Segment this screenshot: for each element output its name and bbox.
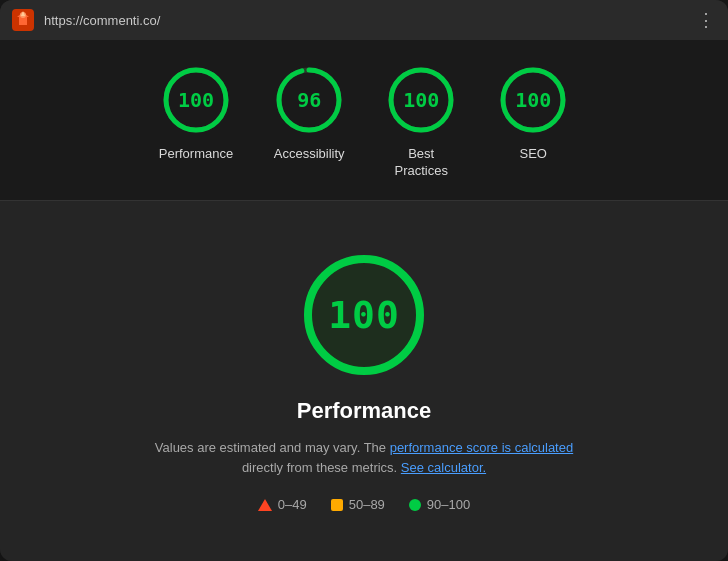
big-score-circle: 100	[299, 250, 429, 380]
main-performance-score: 100	[328, 293, 400, 337]
main-title: Performance	[297, 398, 432, 424]
metrics-panel: 100 Performance 96 Accessibility	[0, 40, 728, 201]
square-icon	[331, 499, 343, 511]
url-bar[interactable]: https://commenti.co/	[44, 13, 687, 28]
main-panel: 100 Performance Values are estimated and…	[0, 201, 728, 561]
performance-score-link[interactable]: performance score is calculated	[390, 440, 574, 455]
legend-bad: 0–49	[258, 497, 307, 512]
browser-window: https://commenti.co/ ⋮ 100 Performance	[0, 0, 728, 561]
triangle-icon	[258, 499, 272, 511]
main-description: Values are estimated and may vary. The p…	[154, 438, 574, 480]
legend-bad-range: 0–49	[278, 497, 307, 512]
metric-seo[interactable]: 100 SEO	[497, 64, 569, 163]
circle-icon	[409, 499, 421, 511]
accessibility-label: Accessibility	[274, 146, 345, 163]
metric-circle-seo: 100	[497, 64, 569, 136]
calculator-link[interactable]: See calculator.	[401, 460, 486, 475]
metric-circle-accessibility: 96	[273, 64, 345, 136]
legend-medium-range: 50–89	[349, 497, 385, 512]
best-practices-label: BestPractices	[394, 146, 447, 180]
legend-good: 90–100	[409, 497, 470, 512]
site-icon	[12, 9, 34, 31]
seo-label: SEO	[519, 146, 546, 163]
description-text-1: Values are estimated and may vary. The	[155, 440, 390, 455]
best-practices-score: 100	[403, 88, 439, 112]
metric-circle-best-practices: 100	[385, 64, 457, 136]
metric-performance[interactable]: 100 Performance	[159, 64, 233, 163]
metric-best-practices[interactable]: 100 BestPractices	[385, 64, 457, 180]
metrics-row: 100 Performance 96 Accessibility	[40, 64, 688, 180]
legend-row: 0–49 50–89 90–100	[258, 497, 470, 512]
metric-accessibility[interactable]: 96 Accessibility	[273, 64, 345, 163]
accessibility-score: 96	[297, 88, 321, 112]
browser-bar: https://commenti.co/ ⋮	[0, 0, 728, 40]
performance-label: Performance	[159, 146, 233, 163]
legend-good-range: 90–100	[427, 497, 470, 512]
description-text-2: directly from these metrics.	[242, 460, 401, 475]
legend-medium: 50–89	[331, 497, 385, 512]
metric-circle-performance: 100	[160, 64, 232, 136]
seo-score: 100	[515, 88, 551, 112]
browser-menu-button[interactable]: ⋮	[697, 9, 716, 31]
performance-score: 100	[178, 88, 214, 112]
